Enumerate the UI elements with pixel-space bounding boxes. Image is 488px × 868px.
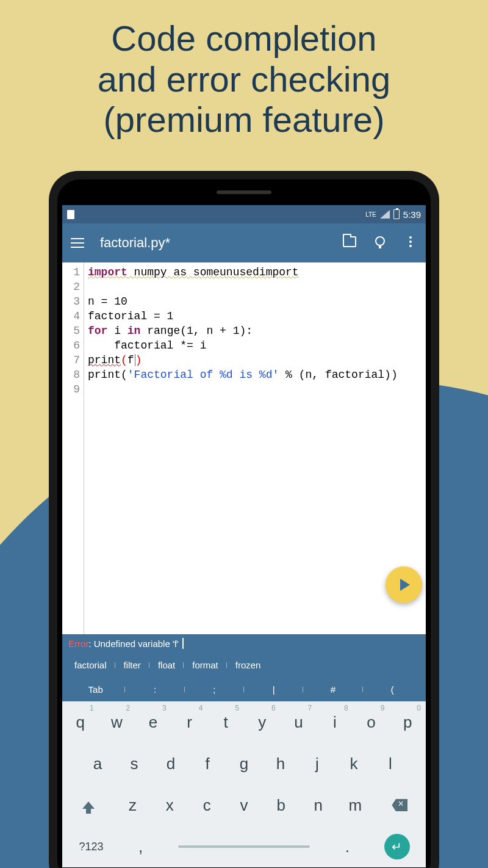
symbol-key[interactable]: : (125, 684, 184, 695)
key-r[interactable]: 4r (171, 701, 208, 743)
key-symbols[interactable]: ?123 (62, 826, 120, 867)
key-v[interactable]: v (226, 784, 263, 826)
run-button[interactable] (386, 566, 422, 603)
key-q[interactable]: 1q (62, 701, 99, 743)
symbol-key[interactable]: ( (363, 684, 422, 695)
phone-speaker (217, 190, 271, 194)
menu-button[interactable] (71, 238, 84, 248)
suggestion-item[interactable]: frozen (227, 660, 270, 670)
key-k[interactable]: k (336, 743, 372, 784)
key-x[interactable]: x (151, 784, 188, 826)
code-body[interactable]: import numpy as someunusedimport n = 10 … (84, 262, 398, 634)
assist-panel: Error : Undefined variable 'f' factorial… (62, 634, 426, 701)
open-folder-button[interactable] (343, 236, 356, 250)
key-g[interactable]: g (226, 743, 262, 784)
suggestion-row: factorial filter float format frozen (62, 653, 426, 677)
key-m[interactable]: m (337, 784, 374, 826)
enter-icon: ↵ (384, 834, 410, 859)
error-message: Error : Undefined variable 'f' (62, 634, 426, 653)
key-backspace[interactable] (374, 784, 426, 826)
key-h[interactable]: h (262, 743, 299, 784)
suggestion-item[interactable]: filter (115, 660, 149, 670)
suggestion-item[interactable]: factorial (66, 660, 115, 670)
key-t[interactable]: 5t (207, 701, 244, 743)
key-s[interactable]: s (116, 743, 152, 784)
suggestion-item[interactable]: format (184, 660, 227, 670)
key-space[interactable] (162, 826, 327, 867)
suggestion-item[interactable]: float (149, 660, 184, 670)
key-l[interactable]: l (372, 743, 409, 784)
symbol-row: Tab : ; | # ( (62, 677, 426, 701)
file-title: factorial.py* (100, 235, 343, 251)
backspace-icon (392, 799, 407, 811)
sd-card-icon (67, 210, 74, 219)
battery-icon (393, 209, 400, 219)
status-bar: LTE 5:39 (62, 205, 426, 223)
signal-icon (380, 210, 390, 219)
key-p[interactable]: 0p (389, 701, 426, 743)
key-y[interactable]: 6y (244, 701, 281, 743)
lte-indicator: LTE (365, 211, 376, 218)
hint-button[interactable] (373, 236, 387, 250)
symbol-key[interactable]: # (303, 684, 362, 695)
key-z[interactable]: z (114, 784, 151, 826)
status-time: 5:39 (403, 209, 421, 220)
key-e[interactable]: 3e (135, 701, 171, 743)
key-i[interactable]: 8i (317, 701, 353, 743)
key-shift[interactable] (62, 784, 114, 826)
code-editor[interactable]: 123 456 789 import numpy as someunusedim… (62, 262, 426, 634)
more-button[interactable] (404, 236, 417, 250)
key-c[interactable]: c (188, 784, 226, 826)
key-j[interactable]: j (299, 743, 336, 784)
symbol-key[interactable]: | (244, 684, 303, 695)
key-enter[interactable]: ↵ (368, 826, 426, 867)
phone-frame: LTE 5:39 factorial.py* 123 456 (49, 171, 439, 868)
app-bar: factorial.py* (62, 223, 426, 262)
promo-headline: Code completion and error checking (prem… (0, 18, 488, 140)
key-a[interactable]: a (79, 743, 116, 784)
key-o[interactable]: 9o (353, 701, 390, 743)
symbol-key[interactable]: Tab (66, 684, 125, 695)
soft-keyboard: 1q 2w 3e 4r 5t 6y 7u 8i 9o 0p a s d f g (62, 701, 426, 867)
phone-screen: LTE 5:39 factorial.py* 123 456 (62, 205, 426, 867)
key-b[interactable]: b (262, 784, 300, 826)
line-gutter: 123 456 789 (62, 262, 84, 634)
key-w[interactable]: 2w (99, 701, 135, 743)
key-comma[interactable]: , (120, 826, 162, 867)
symbol-key[interactable]: ; (185, 684, 244, 695)
play-icon (400, 579, 410, 591)
key-period[interactable]: . (326, 826, 368, 867)
key-n[interactable]: n (300, 784, 337, 826)
shift-icon (82, 801, 95, 809)
key-u[interactable]: 7u (281, 701, 317, 743)
key-d[interactable]: d (152, 743, 189, 784)
key-f[interactable]: f (189, 743, 226, 784)
